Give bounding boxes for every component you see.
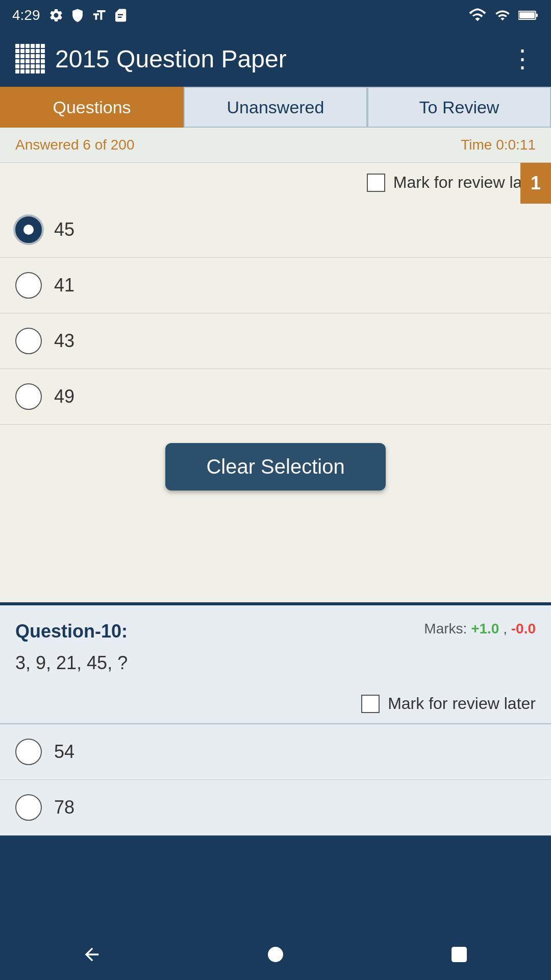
marks-sep: , [499,621,511,636]
wifi-icon [468,8,487,22]
option-radio-54[interactable] [15,739,42,765]
option-text-78: 78 [54,797,74,818]
signal-icon [495,8,510,23]
mark-review-checkbox-q9[interactable] [367,174,385,192]
settings-icon [48,8,64,23]
status-bar: 4:29 [0,0,551,31]
status-icons [48,8,128,23]
menu-button[interactable]: ⋮ [510,44,536,73]
option-text-43: 43 [54,330,74,352]
tab-unanswered[interactable]: Unanswered [184,87,367,128]
question10-text: 3, 9, 21, 45, ? [0,647,551,684]
back-button[interactable] [77,939,107,970]
answered-count: Answered 6 of 200 [15,137,135,153]
sim-icon [113,8,128,23]
option-row-41[interactable]: 41 [0,258,551,313]
option-row-49[interactable]: 49 [0,369,551,425]
option-text-41: 41 [54,275,74,296]
question10-section: Question-10: Marks: +1.0 , -0.0 3, 9, 21… [0,605,551,836]
mark-review-label-q9: Mark for review late [393,173,536,192]
font-icon [91,8,107,23]
app-logo [15,44,45,74]
option-text-54: 54 [54,741,74,763]
option-radio-43[interactable] [15,328,42,354]
battery-icon [518,8,539,22]
option-text-49: 49 [54,386,74,407]
timer: Time 0:0:11 [461,137,536,153]
recent-button[interactable] [444,939,474,970]
option-radio-78[interactable] [15,794,42,821]
stats-bar: Answered 6 of 200 Time 0:0:11 [0,128,551,163]
question9-section: Mark for review late 1 45 41 43 49 Clear… [0,163,551,602]
svg-rect-2 [519,12,535,18]
app-bar: 2015 Question Paper ⋮ [0,31,551,87]
clear-selection-button[interactable]: Clear Selection [165,443,385,491]
marks-info-q10: Marks: +1.0 , -0.0 [424,621,536,637]
option-row-78[interactable]: 78 [0,780,551,836]
home-button[interactable] [260,939,291,970]
svg-rect-4 [453,948,466,962]
status-left: 4:29 [12,7,128,23]
status-right [468,8,539,23]
status-time: 4:29 [12,7,40,23]
question10-header: Question-10: Marks: +1.0 , -0.0 [0,605,551,647]
option-radio-49[interactable] [15,383,42,410]
bottom-spacer [0,836,551,929]
mark-review-checkbox-q10[interactable] [361,695,380,713]
app-bar-left: 2015 Question Paper [15,44,287,74]
svg-point-3 [268,947,283,962]
marks-label: Marks: [424,621,471,636]
svg-rect-1 [536,14,538,17]
option-row-43[interactable]: 43 [0,313,551,369]
marks-plus: +1.0 [471,621,499,636]
tab-review[interactable]: To Review [367,87,551,128]
question-badge-q9: 1 [520,163,551,204]
question10-number: Question-10: [15,621,128,642]
option-row-54[interactable]: 54 [0,724,551,780]
tab-bar: Questions Unanswered To Review [0,87,551,128]
marks-minus: -0.0 [511,621,536,636]
tab-questions[interactable]: Questions [0,87,184,128]
option-row-45[interactable]: 45 [0,202,551,258]
bottom-nav [0,929,551,980]
option-text-45: 45 [54,219,74,240]
option-radio-41[interactable] [15,272,42,299]
shield-icon [70,8,85,23]
option-radio-45[interactable] [15,216,42,243]
mark-review-row-q10: Mark for review later [0,684,551,724]
mark-review-row-q9: Mark for review late 1 [0,163,551,202]
clear-btn-row: Clear Selection [0,425,551,509]
app-title: 2015 Question Paper [55,45,287,73]
mark-review-label-q10: Mark for review later [388,694,536,713]
